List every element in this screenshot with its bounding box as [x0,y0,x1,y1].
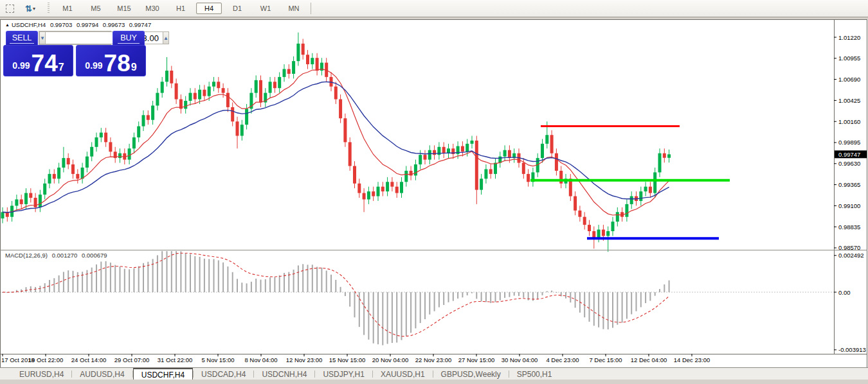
macd-axis-label: 0.00 [838,289,851,296]
sell-price-pips: 74 [32,53,58,73]
buy-button[interactable]: BUY [113,31,145,45]
mt4-terminal: { "toolbar": { "tools": [ {"name": "sele… [0,0,868,384]
price-axis-label: 0.99895 [838,139,860,146]
ohlc-high: 0.99794 [77,21,98,28]
time-axis-label: 19 Oct 22:00 [28,356,63,363]
window-bottom-strip [0,380,868,384]
macd-histogram [2,251,670,345]
timeframe-button-M30[interactable]: M30 [140,3,165,14]
time-axis-label: 12 Dec 04:00 [631,356,667,363]
timeframe-button-M5[interactable]: M5 [83,3,109,14]
time-axis-label: 31 Oct 22:00 [158,356,192,363]
timeframe-button-M1[interactable]: M1 [55,3,80,14]
symbol-name: USDCHF,H4 [12,21,46,28]
price-axis-label: 0.99365 [838,181,860,188]
chart-tab-USDCHF-H4[interactable]: USDCHF,H4 [133,368,193,380]
price-axis-label: 0.99100 [838,202,860,209]
sell-price-panel[interactable]: 0.99 74 7 [3,45,73,76]
timeframe-button-W1[interactable]: W1 [253,3,278,14]
time-axis-label: 15 Nov 15:00 [329,356,366,363]
time-axis-label: 8 Nov 04:00 [244,356,277,363]
macd-axis-label: -0.003913 [838,346,866,353]
time-axis-label: 22 Nov 23:00 [415,356,452,363]
price-axis: 1.012201.009551.006901.004251.001600.998… [834,34,867,252]
price-axis-label: 1.00955 [838,55,860,62]
time-axis: 17 Oct 201819 Oct 22:0024 Oct 14:0029 Oc… [1,354,710,363]
volume-decrease-button[interactable]: ▼ [39,31,46,44]
time-axis-label: 30 Nov 04:00 [502,356,538,363]
volume-spinner: ▼ ▲ [39,31,111,45]
timeframe-button-D1[interactable]: D1 [224,3,250,14]
time-axis-label: 27 Nov 15:00 [458,356,495,363]
buy-price-prefix: 0.99 [85,60,102,71]
buy-price-point: 9 [131,62,137,73]
price-axis-label: 0.98835 [838,223,860,231]
top-toolbar: ⇅ ▾ M1M5M15M30H1H4D1W1MN [0,0,868,17]
timeframe-button-H4[interactable]: H4 [196,3,222,14]
buy-price-pips: 78 [104,53,131,73]
ohlc-open: 0.99703 [50,21,72,28]
macd-axis: 0.0024920.00-0.003913 [834,252,866,353]
selection-tool-icon[interactable] [3,2,17,15]
chart-tab-bar: EURUSD,H4AUDUSD,H4USDCHF,H4USDCAD,H4USDC… [0,367,868,380]
macd-signal-value: 0.000679 [82,252,107,259]
chart-tab-EURUSD-H4[interactable]: EURUSD,H4 [12,368,71,380]
buy-price-panel[interactable]: 0.99 78 9 [76,45,146,76]
price-axis-label: 0.99630 [838,160,860,167]
current-price-label: 0.99747 [838,151,860,158]
time-axis-label: 29 Oct 07:00 [114,356,149,363]
timeframe-button-M15[interactable]: M15 [111,3,137,14]
chart-tab-USDCAD-H4[interactable]: USDCAD,H4 [194,368,253,380]
ohlc-close: 0.99747 [129,21,151,28]
chart-tab-SP500-H1[interactable]: SP500,H1 [509,368,560,380]
time-axis-label: 14 Dec 23:00 [674,356,710,363]
collapse-arrow-icon[interactable]: ▲ [5,22,10,27]
sell-price-point: 7 [59,62,64,73]
macd-value: 0.001270 [52,252,78,259]
time-axis-label: 24 Oct 14:00 [71,356,106,363]
price-axis-label: 1.00160 [838,118,860,125]
time-axis-label: 12 Nov 23:00 [286,356,323,363]
time-axis-label: 4 Dec 23:00 [546,356,579,363]
sell-button[interactable]: SELL [6,31,38,45]
timeframe-button-MN[interactable]: MN [281,3,307,14]
arrange-charts-icon[interactable]: ⇅ ▾ [19,2,41,15]
dropdown-caret-icon: ▾ [33,6,35,12]
volume-input[interactable] [46,31,163,44]
macd-signal-line [3,253,669,336]
toolbar-separator [311,3,311,14]
volume-increase-button[interactable]: ▲ [163,31,169,44]
price-axis-label: 0.98570 [838,244,860,251]
macd-name: MACD(12,26,9) [5,252,48,259]
chart-tab-USDCNH-H4[interactable]: USDCNH,H4 [254,368,314,380]
price-axis-label: 1.00425 [838,97,860,104]
chart-tab-XAUUSD-H1[interactable]: XAUUSD,H1 [373,368,433,380]
ohlc-low: 0.99673 [103,21,125,28]
macd-axis-label: 0.002492 [838,252,864,259]
buy-button-label: BUY [118,33,140,44]
toolbar-grip [48,3,50,14]
macd-indicator-header: MACD(12,26,9) 0.001270 0.000679 [5,252,110,259]
chart-tab-USDJPY-H1[interactable]: USDJPY,H1 [315,368,372,380]
price-axis-label: 1.01220 [838,34,860,41]
sell-price-prefix: 0.99 [12,60,30,71]
time-axis-label: 20 Nov 04:00 [372,356,409,363]
sell-button-label: SELL [10,33,35,44]
one-click-trading-panel: SELL ▼ ▲ BUY 0.99 74 7 0.99 78 9 [3,31,146,76]
arrange-arrows-icon: ⇅ [25,4,32,13]
chart-tab-AUDUSD-H4[interactable]: AUDUSD,H4 [72,368,132,380]
time-axis-label: 5 Nov 15:00 [201,356,234,363]
timeframe-button-H1[interactable]: H1 [168,3,194,14]
chart-tab-GBPUSD-Weekly[interactable]: GBPUSD,Weekly [433,368,509,380]
time-axis-label: 7 Dec 15:00 [589,356,622,363]
symbol-header: ▲USDCHF,H4 0.99703 0.99794 0.99673 0.997… [5,21,154,28]
price-axis-label: 1.00690 [838,76,860,83]
